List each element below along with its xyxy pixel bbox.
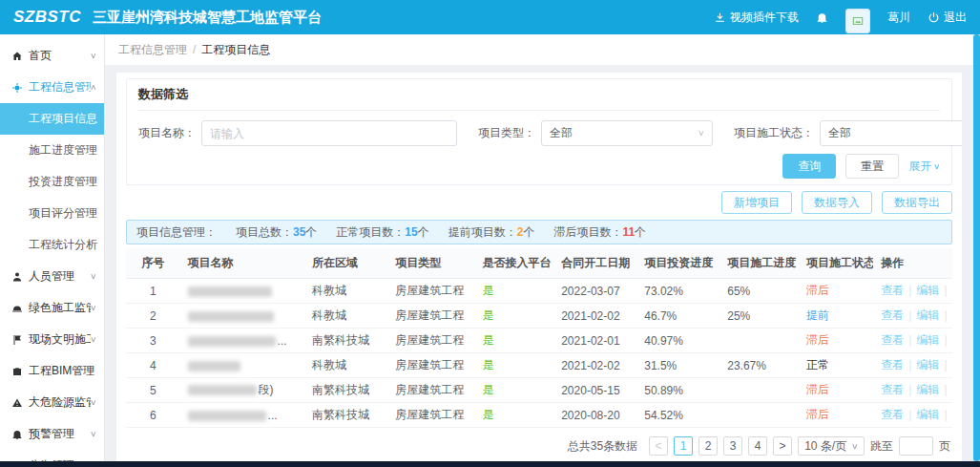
- sidebar-item-现场文明施工监管[interactable]: 现场文明施工监管∨: [0, 324, 104, 355]
- username[interactable]: 葛川: [887, 10, 910, 26]
- sidebar-item-首页[interactable]: 首页∨: [0, 40, 104, 72]
- sidebar-item-大危险源监管[interactable]: 大危险源监管∨: [0, 387, 104, 418]
- avatar[interactable]: [845, 9, 870, 33]
- cell-build-progress: 23.67%: [719, 353, 799, 378]
- sidebar-item-label: 大危险源监管: [29, 394, 91, 411]
- search-button[interactable]: 查询: [782, 154, 836, 179]
- name-suffix: ...: [268, 409, 278, 422]
- sidebar-subitem-项目评分管理[interactable]: 项目评分管理: [0, 198, 104, 229]
- expand-toggle[interactable]: 展开 ∨: [908, 159, 940, 175]
- cell-status: 滞后: [799, 279, 873, 304]
- pagination-page-3[interactable]: 3: [723, 436, 742, 456]
- cell-index: 4: [126, 353, 180, 378]
- edit-link[interactable]: 编辑: [916, 308, 939, 322]
- chevron-down-icon: ∨: [90, 272, 97, 281]
- cell-build-progress: [719, 403, 799, 428]
- cell-build-progress: [719, 329, 799, 353]
- stat-unit: 个: [305, 224, 317, 241]
- table-row: 1科教城房屋建筑工程是2022-03-0773.02%65%滞后查看|编辑|删除: [126, 279, 952, 304]
- column-header-项目类型: 项目类型: [387, 248, 474, 279]
- sidebar-item-预警管理[interactable]: 预警管理∨: [0, 418, 104, 450]
- data-export-button[interactable]: 数据导出: [882, 191, 952, 214]
- sidebar-item-工程信息管理[interactable]: 工程信息管理∧: [0, 72, 104, 103]
- jump-unit: 页: [939, 438, 950, 455]
- stats-bar: 项目信息管理： 项目总数：35个正常项目数：15个提前项目数：2个滞后项目数：1…: [126, 220, 952, 244]
- sidebar-item-绿色施工监管[interactable]: 绿色施工监管∨: [0, 292, 104, 324]
- stat-label: 提前项目数：: [448, 224, 517, 241]
- redacted-name: [188, 336, 276, 347]
- sidebar-item-label: 工程BIM管理: [29, 363, 96, 379]
- add-project-button[interactable]: 新增项目: [721, 191, 792, 214]
- video-plugin-download-button[interactable]: 视频插件下载: [714, 10, 799, 26]
- action-separator: |: [944, 383, 947, 396]
- sidebar-item-公告管理[interactable]: 公告管理∨: [0, 450, 104, 461]
- notification-bell-button[interactable]: [816, 11, 828, 24]
- edit-link[interactable]: 编辑: [916, 333, 939, 347]
- sidebar-item-label: 首页: [29, 48, 91, 64]
- logout-button[interactable]: 退出: [928, 10, 967, 26]
- edit-link[interactable]: 编辑: [916, 383, 939, 396]
- pagination-page-2[interactable]: 2: [699, 436, 718, 456]
- home-icon: [11, 51, 23, 62]
- table-row: 2科教城房屋建筑工程是2021-02-0246.7%25%提前查看|编辑|删除: [126, 304, 952, 329]
- view-link[interactable]: 查看: [881, 333, 904, 347]
- cell-platform: 是: [475, 329, 554, 353]
- delete-link[interactable]: 删除: [952, 333, 953, 347]
- page-size-select[interactable]: 10 条/页∨: [798, 436, 865, 456]
- cell-status: 正常: [799, 353, 873, 378]
- jump-page-input[interactable]: [899, 436, 933, 456]
- view-link[interactable]: 查看: [881, 408, 904, 421]
- sidebar-subitem-工程统计分析[interactable]: 工程统计分析: [0, 229, 104, 261]
- stat-unit: 个: [418, 224, 429, 241]
- edit-link[interactable]: 编辑: [916, 284, 939, 297]
- chevron-down-icon: ∨: [90, 430, 97, 438]
- vertical-scrollbar[interactable]: [973, 34, 980, 461]
- pagination-page-1[interactable]: 1: [674, 436, 693, 456]
- pagination-page-4[interactable]: 4: [748, 436, 767, 456]
- warning-icon: [11, 397, 23, 409]
- delete-link[interactable]: 删除: [952, 284, 953, 297]
- pagination-prev-button[interactable]: <: [649, 436, 668, 456]
- cell-project-type: 房屋建筑工程: [387, 353, 474, 378]
- project-type-select[interactable]: 全部 ∨: [541, 120, 713, 146]
- project-type-label: 项目类型：: [478, 125, 535, 141]
- column-header-合同开工日期: 合同开工日期: [553, 248, 636, 279]
- chevron-down-icon: ∨: [90, 398, 97, 407]
- delete-link[interactable]: 删除: [952, 383, 953, 396]
- column-header-项目投资进度: 项目投资进度: [636, 248, 719, 279]
- redacted-name: [188, 311, 274, 322]
- table-row: 4科教城房屋建筑工程是2021-02-0231.5%23.67%正常查看|编辑|…: [126, 353, 952, 378]
- action-separator: |: [908, 408, 911, 421]
- sidebar-subitem-投资进度管理[interactable]: 投资进度管理: [0, 166, 104, 198]
- project-name-input[interactable]: [201, 120, 457, 146]
- sidebar-item-人员管理[interactable]: 人员管理∨: [0, 261, 104, 292]
- sidebar-item-工程BIM管理[interactable]: 工程BIM管理: [0, 355, 104, 387]
- delete-link[interactable]: 删除: [952, 358, 953, 371]
- delete-link[interactable]: 删除: [952, 308, 953, 322]
- column-header-所在区域: 所在区域: [304, 248, 387, 279]
- view-link[interactable]: 查看: [881, 358, 904, 371]
- video-plugin-download-label: 视频插件下载: [730, 10, 799, 26]
- pagination-next-button[interactable]: >: [773, 436, 792, 456]
- topbar-right: 视频插件下载 葛川 退出: [714, 1, 967, 33]
- data-import-button[interactable]: 数据导入: [802, 191, 872, 214]
- delete-link[interactable]: 删除: [952, 408, 953, 421]
- cell-actions: 查看|编辑|删除: [873, 279, 952, 304]
- breadcrumb-parent[interactable]: 工程信息管理: [118, 42, 187, 58]
- view-link[interactable]: 查看: [881, 284, 904, 297]
- view-link[interactable]: 查看: [881, 308, 904, 322]
- project-status-select[interactable]: 全部 ∨: [820, 120, 962, 146]
- cell-platform: 是: [475, 353, 554, 378]
- stats-prefix: 项目信息管理：: [136, 224, 217, 241]
- view-link[interactable]: 查看: [881, 383, 904, 396]
- reset-button[interactable]: 重置: [845, 154, 899, 179]
- project-status-value: 全部: [828, 125, 851, 141]
- action-separator: |: [944, 408, 947, 421]
- sidebar-subitem-工程项目信息[interactable]: 工程项目信息: [0, 103, 104, 135]
- pagination-total: 总共35条数据: [568, 438, 637, 455]
- chevron-down-icon: ∨: [90, 335, 97, 344]
- edit-link[interactable]: 编辑: [916, 408, 939, 421]
- sidebar-subitem-施工进度管理[interactable]: 施工进度管理: [0, 135, 104, 166]
- main-content: 工程信息管理 / 工程项目信息 数据筛选 项目名称： 项目类型：: [105, 34, 980, 461]
- edit-link[interactable]: 编辑: [916, 358, 939, 371]
